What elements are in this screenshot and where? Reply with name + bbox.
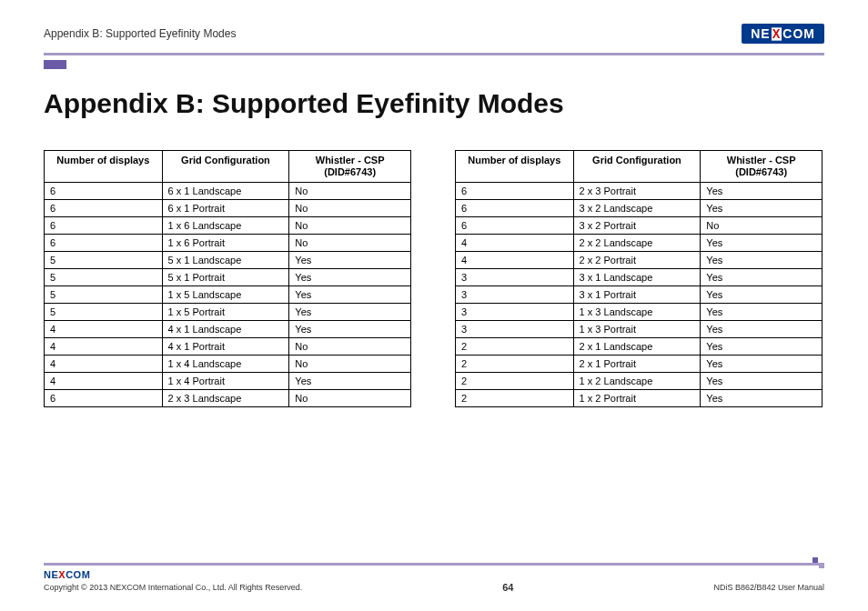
footer-row: Copyright © 2013 NEXCOM International Co…	[44, 582, 824, 593]
table-row: 33 x 1 PortraitYes	[456, 286, 823, 304]
cell-displays: 5	[45, 304, 163, 321]
cell-grid: 4 x 1 Portrait	[162, 338, 289, 356]
cell-grid: 3 x 2 Portrait	[573, 217, 701, 235]
cell-displays: 2	[456, 356, 574, 373]
cell-grid: 2 x 2 Landscape	[573, 235, 701, 252]
cell-displays: 6	[456, 183, 574, 200]
cell-grid: 2 x 2 Portrait	[573, 252, 701, 269]
page-number: 64	[502, 582, 513, 593]
cell-whistler: No	[289, 217, 411, 235]
cell-displays: 3	[456, 269, 574, 286]
table-row: 42 x 2 LandscapeYes	[456, 235, 823, 252]
cell-whistler: Yes	[701, 390, 823, 407]
col-header-whistler: Whistler - CSP (DID#6743)	[289, 151, 411, 183]
cell-grid: 1 x 5 Portrait	[162, 304, 289, 321]
col-header-displays: Number of displays	[45, 151, 163, 183]
cell-displays: 3	[456, 321, 574, 338]
table-row: 51 x 5 LandscapeYes	[45, 286, 411, 304]
cell-whistler: Yes	[289, 373, 411, 390]
logo-text-left: NE	[751, 26, 770, 41]
footer-logo-x: X	[58, 569, 66, 580]
table-row: 33 x 1 LandscapeYes	[456, 269, 823, 286]
cell-displays: 6	[45, 200, 163, 217]
cell-whistler: Yes	[289, 286, 411, 304]
cell-displays: 4	[45, 321, 163, 338]
cell-displays: 2	[456, 390, 574, 407]
cell-grid: 1 x 3 Portrait	[573, 321, 701, 338]
nexcom-logo: NEXCOM	[742, 24, 824, 44]
table-row: 55 x 1 PortraitYes	[45, 269, 411, 286]
table-row: 41 x 4 LandscapeNo	[45, 356, 411, 373]
cell-whistler: Yes	[701, 235, 823, 252]
cell-grid: 6 x 1 Landscape	[162, 183, 289, 200]
cell-grid: 5 x 1 Portrait	[162, 269, 289, 286]
cell-displays: 4	[45, 373, 163, 390]
cell-whistler: Yes	[701, 183, 823, 200]
cell-grid: 3 x 1 Landscape	[573, 269, 701, 286]
footer-logo: NEXCOM	[44, 569, 824, 580]
col-header-whistler: Whistler - CSP (DID#6743)	[701, 151, 823, 183]
cell-grid: 1 x 6 Portrait	[162, 235, 289, 252]
table-row: 31 x 3 PortraitYes	[456, 321, 823, 338]
cell-whistler: No	[289, 235, 411, 252]
cell-whistler: Yes	[701, 321, 823, 338]
cell-whistler: Yes	[701, 373, 823, 390]
cell-displays: 4	[45, 356, 163, 373]
copyright-text: Copyright © 2013 NEXCOM International Co…	[44, 583, 302, 592]
cell-displays: 6	[45, 390, 163, 407]
col3-line1: Whistler - CSP	[727, 155, 796, 165]
table-row: 44 x 1 LandscapeYes	[45, 321, 411, 338]
cell-displays: 2	[456, 338, 574, 356]
cell-displays: 6	[456, 217, 574, 235]
col-header-displays: Number of displays	[456, 151, 574, 183]
table-row: 31 x 3 LandscapeYes	[456, 304, 823, 321]
cell-grid: 2 x 1 Portrait	[573, 356, 701, 373]
cell-whistler: No	[289, 338, 411, 356]
cell-displays: 3	[456, 304, 574, 321]
tables-container: Number of displays Grid Configuration Wh…	[44, 150, 824, 407]
table-row: 22 x 1 LandscapeYes	[456, 338, 823, 356]
cell-whistler: Yes	[289, 252, 411, 269]
table-row: 61 x 6 LandscapeNo	[45, 217, 411, 235]
logo-text-right: COM	[782, 26, 815, 41]
col3-line1: Whistler - CSP	[316, 155, 385, 165]
table-row: 61 x 6 PortraitNo	[45, 235, 411, 252]
cell-grid: 2 x 1 Landscape	[573, 338, 701, 356]
cell-displays: 5	[45, 286, 163, 304]
cell-displays: 5	[45, 252, 163, 269]
col-header-grid: Grid Configuration	[573, 151, 701, 183]
cell-grid: 1 x 3 Landscape	[573, 304, 701, 321]
cell-displays: 2	[456, 373, 574, 390]
cell-grid: 3 x 1 Portrait	[573, 286, 701, 304]
cell-whistler: No	[289, 200, 411, 217]
cell-grid: 1 x 5 Landscape	[162, 286, 289, 304]
cell-whistler: No	[289, 356, 411, 373]
header-tab-decor	[44, 60, 66, 69]
cell-grid: 1 x 4 Portrait	[162, 373, 289, 390]
cell-whistler: No	[701, 217, 823, 235]
cell-grid: 3 x 2 Landscape	[573, 200, 701, 217]
cell-whistler: Yes	[701, 356, 823, 373]
table-row: 21 x 2 PortraitYes	[456, 390, 823, 407]
cell-displays: 6	[45, 217, 163, 235]
cell-grid: 4 x 1 Landscape	[162, 321, 289, 338]
cell-grid: 1 x 2 Landscape	[573, 373, 701, 390]
footer-decor-icon	[812, 557, 824, 568]
cell-displays: 4	[45, 338, 163, 356]
cell-displays: 4	[456, 235, 574, 252]
cell-displays: 5	[45, 269, 163, 286]
table-row: 41 x 4 PortraitYes	[45, 373, 411, 390]
table-row: 21 x 2 LandscapeYes	[456, 373, 823, 390]
table-row: 62 x 3 LandscapeNo	[45, 390, 411, 407]
manual-name: NDiS B862/B842 User Manual	[713, 583, 824, 592]
cell-whistler: Yes	[701, 269, 823, 286]
cell-whistler: Yes	[701, 286, 823, 304]
table-row: 51 x 5 PortraitYes	[45, 304, 411, 321]
cell-grid: 1 x 6 Landscape	[162, 217, 289, 235]
cell-grid: 2 x 3 Portrait	[573, 183, 701, 200]
cell-grid: 5 x 1 Landscape	[162, 252, 289, 269]
cell-whistler: No	[289, 390, 411, 407]
cell-whistler: No	[289, 183, 411, 200]
cell-displays: 6	[45, 235, 163, 252]
cell-grid: 6 x 1 Portrait	[162, 200, 289, 217]
